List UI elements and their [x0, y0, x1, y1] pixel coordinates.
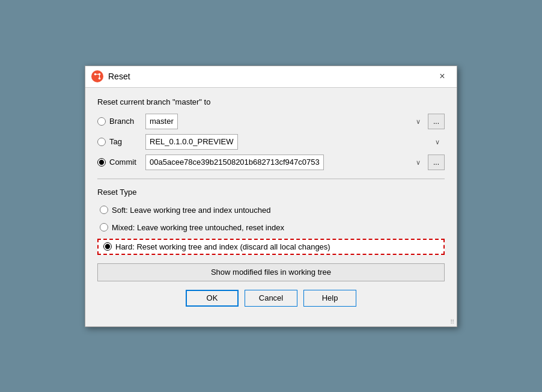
- soft-option: Soft: Leave working tree and index untou…: [97, 204, 445, 216]
- reset-type-section: Reset Type Soft: Leave working tree and …: [97, 188, 445, 255]
- tag-dropdown[interactable]: REL_0.1.0.0_PREVIEW: [145, 134, 238, 150]
- show-modified-button[interactable]: Show modified files in working tree: [97, 263, 445, 281]
- reset-dialog: Reset × Reset current branch "master" to…: [85, 66, 457, 327]
- title-bar-left: Reset: [91, 70, 130, 82]
- ok-button[interactable]: OK: [186, 290, 239, 307]
- help-button[interactable]: Help: [303, 290, 356, 307]
- commit-radio[interactable]: [97, 158, 106, 167]
- branch-dropdown-wrap: master ...: [145, 114, 445, 129]
- commit-dropdown[interactable]: 00a5acee78ce39b21508201b682713cf947c0753: [145, 155, 324, 170]
- branch-browse-button[interactable]: ...: [428, 114, 445, 129]
- tag-dropdown-container: REL_0.1.0.0_PREVIEW: [145, 134, 445, 150]
- commit-dropdown-wrap: 00a5acee78ce39b21508201b682713cf947c0753…: [145, 155, 445, 170]
- reset-type-label: Reset Type: [97, 188, 445, 197]
- commit-label: Commit: [109, 158, 136, 167]
- hard-label[interactable]: Hard: Reset working tree and index (disc…: [115, 242, 330, 251]
- hard-option: Hard: Reset working tree and index (disc…: [97, 239, 445, 255]
- mixed-radio[interactable]: [100, 223, 108, 231]
- commit-radio-label[interactable]: Commit: [97, 158, 139, 167]
- tag-label: Tag: [109, 137, 122, 146]
- title-bar: Reset ×: [85, 66, 457, 88]
- subtitle: Reset current branch "master" to: [97, 97, 445, 106]
- tag-radio-label[interactable]: Tag: [97, 137, 139, 146]
- dialog-title: Reset: [108, 72, 130, 81]
- commit-dropdown-container: 00a5acee78ce39b21508201b682713cf947c0753: [145, 155, 425, 170]
- soft-label[interactable]: Soft: Leave working tree and index untou…: [112, 206, 271, 215]
- branch-dropdown[interactable]: master: [145, 114, 178, 129]
- tag-dropdown-wrap: REL_0.1.0.0_PREVIEW: [145, 134, 445, 150]
- divider: [97, 179, 445, 179]
- branch-row: Branch master ...: [97, 114, 445, 129]
- cancel-button[interactable]: Cancel: [245, 290, 297, 307]
- commit-browse-button[interactable]: ...: [428, 155, 445, 170]
- branch-radio[interactable]: [97, 117, 106, 126]
- branch-radio-label[interactable]: Branch: [97, 117, 139, 126]
- hard-radio[interactable]: [103, 242, 112, 251]
- tag-radio[interactable]: [97, 138, 106, 146]
- resize-handle: ⠿: [85, 317, 457, 326]
- dialog-body: Reset current branch "master" to Branch …: [85, 88, 457, 317]
- button-row: OK Cancel Help: [97, 290, 445, 309]
- soft-radio[interactable]: [100, 206, 108, 214]
- close-button[interactable]: ×: [434, 69, 451, 84]
- branch-dropdown-container: master: [145, 114, 425, 129]
- app-icon: [91, 70, 103, 82]
- mixed-label[interactable]: Mixed: Leave working tree untouched, res…: [112, 223, 284, 232]
- branch-label: Branch: [109, 117, 134, 126]
- mixed-option: Mixed: Leave working tree untouched, res…: [97, 221, 445, 234]
- commit-row: Commit 00a5acee78ce39b21508201b682713cf9…: [97, 155, 445, 170]
- tag-row: Tag REL_0.1.0.0_PREVIEW: [97, 134, 445, 150]
